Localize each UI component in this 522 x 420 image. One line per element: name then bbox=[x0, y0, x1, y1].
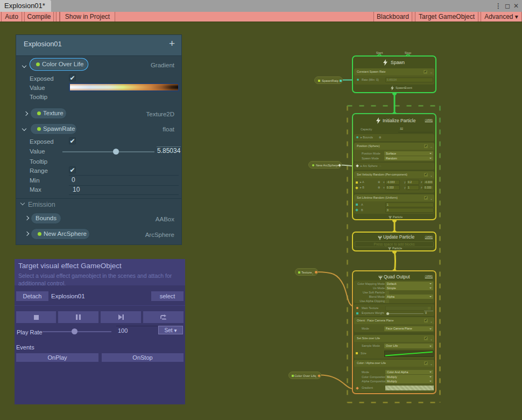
svg-text:Stop: Stop bbox=[405, 51, 412, 54]
svg-text:Start: Start bbox=[376, 51, 383, 54]
